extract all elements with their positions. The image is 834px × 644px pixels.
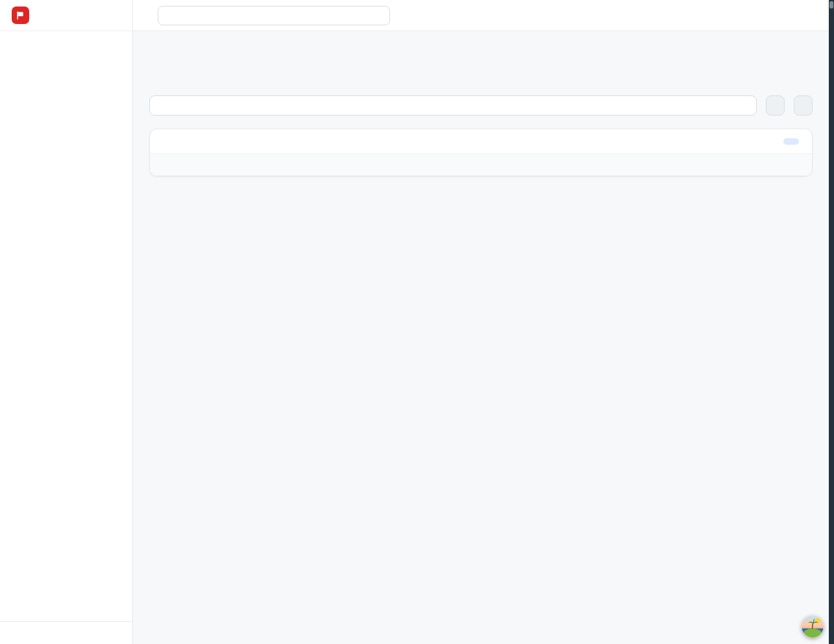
group-header [150,129,812,153]
content [133,31,829,644]
status-dropdown[interactable] [766,95,785,116]
scrollbar-thumb[interactable] [829,1,833,8]
flag-icon [12,6,29,24]
main-area [133,0,829,644]
app-window [0,0,829,644]
global-search-input[interactable] [171,10,382,20]
topbar [133,0,829,31]
severity-dropdown[interactable] [794,95,813,116]
sidebar [0,0,133,644]
sidebar-footer [0,621,132,644]
image-group-card [149,129,813,177]
filter-row [149,95,813,116]
image-search-input[interactable] [162,101,749,110]
island-indicator-icon[interactable] [802,615,824,638]
page-header [149,47,813,56]
sidebar-nav [0,31,132,621]
image-search[interactable] [149,95,757,116]
global-search[interactable] [158,6,390,25]
updates-available-badge [783,138,799,145]
window-scrollbar[interactable] [829,0,834,644]
brand [0,0,132,31]
table-header-row [150,153,812,176]
